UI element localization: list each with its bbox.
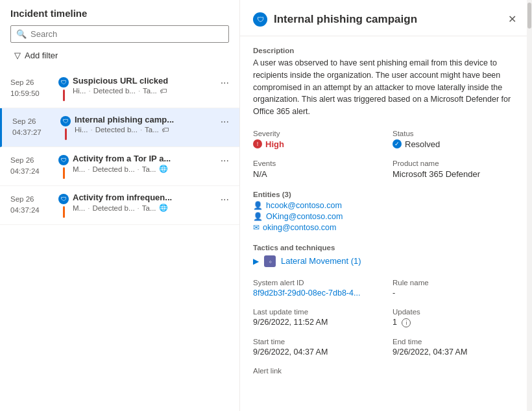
close-button[interactable]: ✕: [505, 10, 519, 28]
item-meta: Hi... · Detected b... · Ta... 🏷: [73, 87, 218, 95]
email-icon: ✉: [253, 223, 260, 232]
time-col: Sep 26 10:59:50: [10, 76, 54, 101]
item-content: Internal phishing camp... Hi... · Detect…: [75, 115, 218, 140]
meta2: Detected b...: [95, 126, 138, 134]
events-cell: Events N/A: [253, 159, 380, 179]
end-time-cell: End time 9/26/2022, 04:37 AM: [393, 338, 519, 357]
shield-icon: 🛡: [60, 116, 71, 126]
updates-label: Updates: [393, 308, 519, 316]
shield-icon: 🛡: [58, 194, 69, 204]
rule-name-cell: Rule name -: [393, 279, 519, 298]
tactics-item[interactable]: ▶ ⬦ Lateral Movement (1): [253, 255, 519, 267]
updates-cell: Updates 1 i: [393, 308, 519, 327]
start-time-label: Start time: [253, 338, 380, 346]
system-alert-id-cell: System alert ID 8f9d2b3f-29d0-08ec-7db8-…: [253, 279, 380, 298]
meta3: Ta...: [143, 87, 157, 95]
more-button[interactable]: ···: [218, 194, 232, 206]
tactics-icon: ⬦: [264, 255, 276, 267]
timeline-item[interactable]: Sep 26 04:37:24 🛡 Activity from a Tor IP…: [0, 147, 239, 186]
meta3: Ta...: [145, 126, 159, 134]
detail-body: Description A user was observed to have …: [240, 36, 532, 411]
entity-link-2[interactable]: ✉ oking@contoso.com: [253, 223, 519, 232]
item-meta: Hi... · Detected b... · Ta... 🏷: [75, 126, 218, 134]
more-button[interactable]: ···: [218, 77, 232, 89]
chevron-right-icon: ▶: [253, 257, 259, 266]
detail-panel: 🛡 Internal phishing campaign ✕ Descripti…: [240, 0, 532, 411]
item-date: Sep 26: [10, 77, 54, 88]
meta-dot: ·: [88, 165, 90, 173]
meta1: Hi...: [73, 87, 86, 95]
icon-col: 🛡: [58, 193, 69, 218]
item-title: Suspicious URL clicked: [73, 76, 202, 86]
meta-grid: Severity ! High Status ✓ Resolved Events…: [253, 130, 519, 179]
status-cell: Status ✓ Resolved: [393, 130, 519, 149]
detail-title-row: 🛡 Internal phishing campaign: [253, 12, 417, 27]
search-input[interactable]: [30, 29, 223, 39]
icon-col: 🛡: [60, 115, 71, 140]
timeline-item[interactable]: Sep 26 10:59:50 🛡 Suspicious URL clicked…: [0, 69, 239, 108]
system-alert-id-value[interactable]: 8f9d2b3f-29d0-08ec-7db8-4...: [253, 288, 380, 298]
detail-title-icon: 🛡: [253, 12, 267, 27]
item-meta: M... · Detected b... · Ta... 🌐: [73, 204, 218, 212]
add-filter-button[interactable]: ▽ Add filter: [10, 48, 62, 63]
meta3: Ta...: [142, 204, 156, 212]
detail-title: Internal phishing campaign: [274, 13, 417, 26]
tag-icon: 🌐: [159, 204, 168, 212]
severity-bar: [63, 206, 65, 218]
entity-value-2: oking@contoso.com: [263, 223, 336, 232]
meta1: Hi...: [75, 126, 88, 134]
end-time-value: 9/26/2022, 04:37 AM: [393, 347, 519, 357]
meta-dot: ·: [88, 204, 90, 212]
more-button[interactable]: ···: [218, 155, 232, 167]
tactics-section: Tactics and techniques ▶ ⬦ Lateral Movem…: [253, 244, 519, 267]
entity-link-0[interactable]: 👤 hcook@contoso.com: [253, 201, 519, 210]
incident-timeline-panel: Incident timeline 🔍 ▽ Add filter Sep 26 …: [0, 0, 240, 411]
entities-section: Entities (3) 👤 hcook@contoso.com 👤 OKing…: [253, 191, 519, 232]
time-col: Sep 26 04:37:24: [10, 193, 54, 218]
more-button[interactable]: ···: [218, 116, 232, 128]
item-time: 04:37:24: [10, 166, 54, 177]
detail-header: 🛡 Internal phishing campaign ✕: [240, 0, 532, 36]
description-text: A user was observed to have sent phishin…: [253, 57, 519, 118]
last-update-cell: Last update time 9/26/2022, 11:52 AM: [253, 308, 380, 327]
tag-icon: 🏷: [160, 87, 167, 95]
alert-meta-grid: System alert ID 8f9d2b3f-29d0-08ec-7db8-…: [253, 279, 519, 377]
meta-dot: ·: [90, 126, 92, 134]
alert-link-label: Alert link: [253, 367, 380, 375]
scrollbar-thumb: [527, 3, 531, 29]
product-label: Product name: [393, 159, 519, 167]
meta1: M...: [73, 204, 85, 212]
search-box[interactable]: 🔍: [10, 25, 229, 43]
entities-label: Entities (3): [253, 191, 519, 198]
icon-col: 🛡: [58, 76, 69, 101]
add-filter-label: Add filter: [25, 51, 58, 60]
product-cell: Product name Microsoft 365 Defender: [393, 159, 519, 179]
item-content: Activity from infrequen... M... · Detect…: [73, 193, 218, 218]
rule-name-value: -: [393, 288, 519, 298]
info-icon: i: [402, 318, 411, 327]
icon-col: 🛡: [58, 154, 69, 179]
item-title: Internal phishing camp...: [75, 115, 204, 124]
item-actions: ···: [218, 76, 232, 101]
updates-count: 1: [393, 318, 397, 327]
severity-label: Severity: [253, 130, 380, 137]
entity-value-0: hcook@contoso.com: [266, 201, 342, 210]
timeline-item[interactable]: Sep 26 04:37:27 🛡 Internal phishing camp…: [0, 108, 239, 147]
status-text: Resolved: [405, 139, 440, 149]
item-date: Sep 26: [10, 194, 54, 205]
last-update-value: 9/26/2022, 11:52 AM: [253, 318, 380, 327]
entity-link-1[interactable]: 👤 OKing@contoso.com: [253, 212, 519, 221]
meta-dot: ·: [88, 87, 90, 95]
shield-icon: 🛡: [58, 77, 69, 88]
item-content: Activity from a Tor IP a... M... · Detec…: [73, 154, 218, 179]
end-time-label: End time: [393, 338, 519, 346]
last-update-label: Last update time: [253, 308, 380, 316]
shield-icon: 🛡: [58, 155, 69, 165]
timeline-item[interactable]: Sep 26 04:37:24 🛡 Activity from infreque…: [0, 186, 239, 225]
meta3: Ta...: [142, 165, 156, 173]
meta-dot: ·: [138, 87, 140, 95]
resolved-icon: ✓: [393, 139, 402, 148]
item-actions: ···: [218, 193, 232, 218]
events-label: Events: [253, 159, 380, 167]
scrollbar[interactable]: [527, 0, 532, 411]
